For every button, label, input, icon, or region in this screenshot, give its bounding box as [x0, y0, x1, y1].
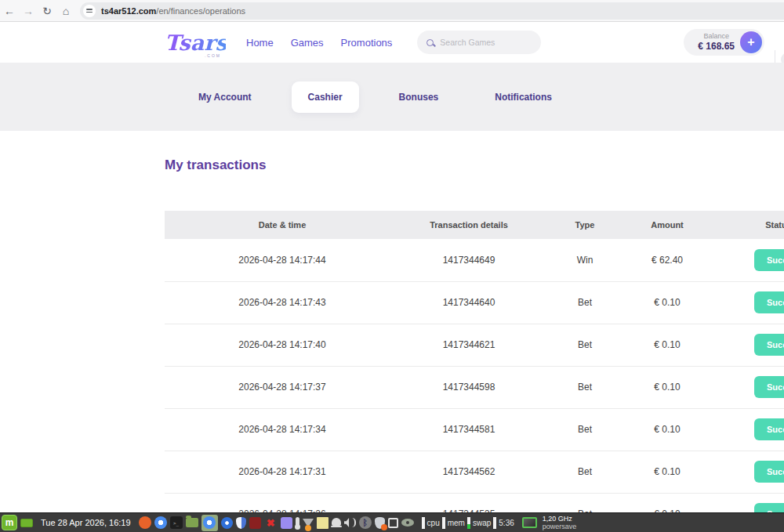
cell-transaction-details: 1417344649 [400, 239, 538, 281]
bluetooth-icon[interactable]: ᛒ [359, 516, 372, 529]
table-row: 2026-04-28 14:17:441417344649Win€ 62.40S… [165, 239, 784, 281]
clipboard-icon[interactable] [388, 518, 398, 528]
tsars-logo[interactable]: Tsars .COM [165, 32, 226, 53]
nav-link-home[interactable]: Home [246, 37, 274, 49]
logo-text: Tsars [165, 32, 226, 53]
tab-bonuses[interactable]: Bonuses [383, 81, 456, 113]
site-settings-icon[interactable] [83, 5, 96, 17]
meter-label-swap: swap [473, 519, 491, 527]
cell-status: Success [702, 239, 784, 281]
logo-tld: .COM [205, 53, 221, 58]
cpu-frequency-value: 1,20 GHz [543, 515, 577, 523]
browser-toolbar: ← → ↻ ⌂ ts4ar512.com/en/finances/operati… [0, 0, 784, 22]
cpu-frequency-text: 1,20 GHz powersave [543, 515, 577, 531]
cell-type: Bet [538, 324, 632, 366]
column-header-amount: Amount [632, 211, 702, 239]
cell-type: Bet [538, 366, 632, 408]
cell-date-time: 2026-04-28 14:17:34 [165, 408, 400, 451]
url-text: ts4ar512.com/en/finances/operations [101, 6, 245, 16]
back-icon[interactable]: ← [0, 5, 19, 17]
chromium-browser-icon[interactable] [154, 516, 167, 529]
tab-my-account[interactable]: My Account [182, 81, 268, 113]
cell-transaction-details: 1417344621 [400, 324, 538, 366]
column-header-date-time: Date & time [165, 211, 400, 239]
sticky-note-icon[interactable] [317, 517, 328, 529]
table-header-row: Date & timeTransaction detailsTypeAmount… [165, 211, 784, 239]
status-badge: Success [754, 291, 784, 313]
search-box[interactable] [417, 31, 541, 54]
file-manager-icon[interactable] [186, 518, 198, 527]
meter-label-5-36: 5:36 [499, 519, 514, 527]
taskbar: m Tue 28 Apr 2026, 16:19 >_✖ᛒ cpumemswap… [0, 513, 784, 532]
system-meters: cpumemswap5:36 [422, 517, 514, 529]
cell-transaction-details: 1417344562 [400, 451, 538, 493]
meter-bar-swap [467, 517, 470, 529]
search-input[interactable] [440, 38, 526, 47]
security-shield-icon[interactable] [375, 517, 385, 529]
cell-amount: € 0.10 [632, 324, 702, 366]
cell-date-time: 2026-04-28 14:17:37 [165, 366, 400, 408]
table-row: 2026-04-28 14:17:401417344621Bet€ 0.10Su… [165, 324, 784, 366]
nav-link-promotions[interactable]: Promotions [341, 37, 393, 49]
tray-triangle-icon[interactable] [303, 519, 314, 527]
cell-status: Success [702, 366, 784, 408]
cell-amount: € 62.40 [632, 239, 702, 281]
cell-amount: € 0.10 [632, 451, 702, 493]
purple-app-icon[interactable] [281, 517, 292, 529]
cell-amount: € 0.10 [632, 281, 702, 324]
transactions-table: Date & timeTransaction detailsTypeAmount… [165, 211, 784, 532]
status-badge: Success [754, 334, 784, 356]
reload-icon[interactable]: ↻ [38, 5, 56, 17]
cpu-governor: powersave [543, 523, 577, 530]
cpu-frequency-icon[interactable] [522, 517, 537, 528]
chromium-active-window-icon-active-tile[interactable] [201, 515, 218, 531]
balance-value: € 168.65 [698, 41, 735, 52]
cell-type: Bet [538, 281, 632, 324]
table-row: 2026-04-28 14:17:341417344581Bet€ 0.10Su… [165, 408, 784, 451]
table-row: 2026-04-28 14:17:371417344598Bet€ 0.10Su… [165, 366, 784, 408]
tab-cashier[interactable]: Cashier [292, 81, 359, 113]
column-header-status: Status [702, 211, 784, 239]
status-badge: Success [754, 249, 784, 271]
notification-bell-icon[interactable] [332, 518, 341, 526]
meter-bar-5-36 [493, 517, 496, 529]
forward-icon[interactable]: → [19, 5, 38, 17]
address-bar[interactable]: ts4ar512.com/en/finances/operations [80, 2, 784, 20]
deposit-plus-button[interactable]: + [740, 31, 762, 53]
taskbar-clock[interactable]: Tue 28 Apr 2026, 16:19 [41, 518, 131, 527]
shield-app-icon[interactable] [236, 517, 246, 529]
mint-menu-icon[interactable]: m [2, 515, 17, 530]
meter-label-cpu: cpu [427, 519, 440, 527]
cell-transaction-details: 1417344598 [400, 366, 538, 408]
cell-date-time: 2026-04-28 14:17:44 [165, 239, 400, 281]
thermometer-icon[interactable] [296, 517, 299, 528]
taskbar-icons: >_✖ᛒ [139, 515, 414, 531]
terminal-icon[interactable]: >_ [170, 516, 183, 529]
url-path: /en/finances/operations [156, 6, 245, 16]
balance-pill[interactable]: Balance € 168.65 + [684, 29, 764, 56]
dark-red-app-icon[interactable] [249, 517, 261, 529]
orange-app-icon[interactable] [139, 516, 151, 529]
status-badge: Success [754, 418, 784, 440]
tab-notifications[interactable]: Notifications [478, 81, 568, 113]
cell-status: Success [702, 281, 784, 324]
cell-amount: € 0.10 [632, 408, 702, 451]
column-header-type: Type [538, 211, 632, 239]
chromium-active-window-icon[interactable] [203, 516, 216, 529]
home-icon[interactable]: ⌂ [56, 5, 75, 17]
show-desktop-icon[interactable] [20, 519, 33, 527]
status-badge: Success [754, 376, 784, 398]
status-badge: Success [754, 461, 784, 483]
volume-icon[interactable] [344, 518, 352, 527]
tray-badge [305, 525, 311, 531]
nvidia-icon[interactable] [401, 519, 414, 527]
meter-bar-mem [442, 517, 445, 529]
table-row: 2026-04-28 14:17:311417344562Bet€ 0.10Su… [165, 451, 784, 493]
page-title: My transactions [165, 157, 266, 173]
screen: ← → ↻ ⌂ ts4ar512.com/en/finances/operati… [0, 0, 784, 532]
nav-link-games[interactable]: Games [291, 37, 324, 49]
blue-app-icon[interactable] [221, 517, 233, 529]
cell-date-time: 2026-04-28 14:17:31 [165, 451, 400, 493]
red-x-app-icon[interactable]: ✖ [264, 516, 278, 530]
volume-arc [352, 518, 356, 527]
